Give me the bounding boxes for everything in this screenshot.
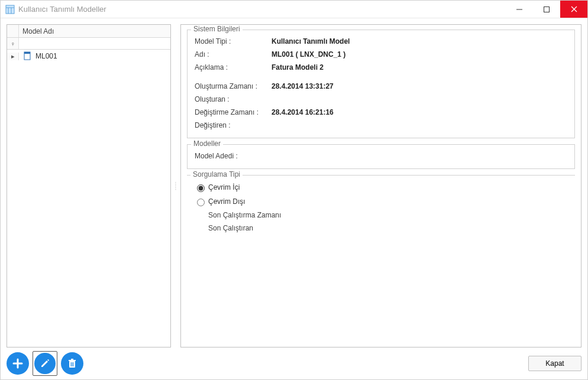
- footer: Kapat: [1, 347, 587, 379]
- maximize-button[interactable]: [533, 1, 560, 18]
- models-group: Modeller Model Adedi :: [187, 144, 575, 169]
- description-label: Açıklama :: [195, 63, 272, 72]
- offline-label[interactable]: Çevrim Dışı: [208, 197, 245, 206]
- grid-indicator-header: [7, 25, 19, 37]
- models-legend: Modeller: [191, 139, 223, 148]
- description-value: Fatura Modeli 2: [272, 63, 324, 72]
- system-info-legend: Sistem Bilgileri: [191, 25, 243, 33]
- svg-rect-0: [6, 5, 14, 14]
- splitter[interactable]: ·····: [173, 24, 178, 347]
- grid-filter-indicator: ♀: [7, 38, 19, 49]
- modified-time-value: 28.4.2014 16:21:16: [272, 108, 334, 116]
- close-button[interactable]: [560, 1, 587, 18]
- query-type-legend: Sorgulama Tipi: [190, 170, 243, 178]
- modifier-label: Değiştiren :: [195, 121, 272, 129]
- svg-rect-16: [71, 359, 73, 360]
- window-title: Kullanıcı Tanımlı Modeller: [18, 5, 506, 14]
- close-icon: [571, 6, 577, 12]
- last-runner-label: Son Çalıştıran: [194, 222, 568, 235]
- svg-rect-15: [69, 360, 76, 361]
- details-panel: Sistem Bilgileri Model Tipi : Kullanıcı …: [180, 24, 581, 347]
- online-radio[interactable]: [197, 184, 205, 192]
- pencil-icon: [40, 358, 50, 369]
- plus-icon: [12, 358, 24, 369]
- modified-time-label: Değiştirme Zamanı :: [195, 108, 272, 116]
- created-time-label: Oluşturma Zamanı :: [195, 82, 272, 90]
- splitter-grip-icon: ·····: [175, 181, 177, 190]
- model-count-label: Model Adedi :: [195, 152, 272, 160]
- system-info-group: Sistem Bilgileri Model Tipi : Kullanıcı …: [187, 30, 575, 138]
- creator-label: Oluşturan :: [195, 95, 272, 103]
- grid-column-header[interactable]: Model Adı: [19, 25, 170, 37]
- svg-rect-9: [24, 52, 30, 54]
- edit-button[interactable]: [33, 351, 57, 376]
- grid-row-indicator: ▸: [7, 53, 19, 60]
- name-value: ML001 ( LNX_DNC_1 ): [272, 50, 345, 59]
- trash-icon: [67, 358, 77, 369]
- delete-button[interactable]: [61, 352, 83, 375]
- app-window: Kullanıcı Tanımlı Modeller Model Adı: [0, 0, 588, 380]
- model-name-cell: ML001: [35, 52, 170, 60]
- name-label: Adı :: [195, 50, 272, 59]
- online-label[interactable]: Çevrim İçi: [208, 183, 240, 191]
- model-type-value: Kullanıcı Tanımlı Model: [272, 37, 350, 46]
- table-row[interactable]: ▸ ML001: [7, 50, 170, 63]
- grid-filter-input[interactable]: [19, 38, 170, 49]
- close-dialog-button[interactable]: Kapat: [528, 356, 581, 371]
- maximize-icon: [544, 7, 550, 12]
- add-button[interactable]: [7, 352, 29, 375]
- model-icon: [22, 51, 32, 61]
- minimize-icon: [516, 7, 522, 12]
- offline-radio[interactable]: [197, 199, 205, 206]
- minimize-button[interactable]: [506, 1, 533, 18]
- svg-marker-13: [47, 359, 49, 361]
- titlebar: Kullanıcı Tanımlı Modeller: [1, 1, 587, 18]
- svg-marker-12: [41, 360, 48, 367]
- model-grid: Model Adı ♀ ▸ ML001: [7, 24, 171, 347]
- created-time-value: 28.4.2014 13:31:27: [272, 82, 334, 90]
- last-run-time-label: Son Çalıştırma Zamanı: [194, 209, 568, 222]
- model-type-label: Model Tipi :: [195, 37, 272, 46]
- svg-rect-5: [544, 7, 550, 12]
- body: Model Adı ♀ ▸ ML001 ····· Siste: [1, 18, 587, 347]
- app-icon: [5, 5, 15, 14]
- query-type-group: Sorgulama Tipi Çevrim İçi Çevrim Dışı So…: [187, 175, 575, 235]
